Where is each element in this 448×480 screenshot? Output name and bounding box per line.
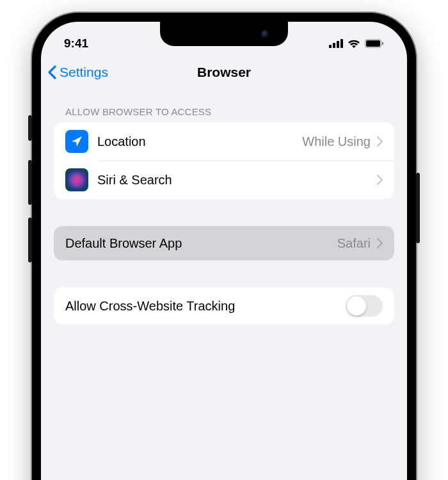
chevron-left-icon	[47, 65, 57, 79]
settings-content: Allow Browser to Access Location While U…	[41, 88, 407, 324]
svg-rect-1	[333, 43, 335, 48]
volume-up-button[interactable]	[28, 160, 32, 205]
chevron-right-icon	[377, 136, 383, 147]
svg-rect-6	[382, 42, 383, 45]
status-time: 9:41	[64, 36, 88, 51]
default-browser-row[interactable]: Default Browser App Safari	[54, 226, 394, 260]
default-browser-value: Safari	[337, 236, 371, 251]
siri-search-row[interactable]: Siri & Search	[54, 161, 394, 199]
toggle-knob	[347, 296, 366, 316]
back-button[interactable]: Settings	[47, 65, 108, 80]
notch	[160, 22, 288, 46]
svg-rect-0	[329, 45, 332, 48]
tracking-toggle[interactable]	[346, 295, 383, 317]
siri-icon	[65, 168, 88, 191]
page-title: Browser	[197, 65, 251, 80]
power-button[interactable]	[416, 173, 420, 243]
wifi-icon	[348, 39, 360, 49]
location-row[interactable]: Location While Using	[54, 122, 394, 161]
svg-rect-2	[337, 41, 339, 48]
tracking-label: Allow Cross-Website Tracking	[65, 299, 346, 314]
siri-label: Siri & Search	[97, 173, 377, 188]
battery-icon	[365, 39, 384, 48]
silence-switch[interactable]	[28, 115, 32, 141]
back-label: Settings	[60, 65, 108, 80]
chevron-right-icon	[377, 175, 383, 185]
default-browser-group: Default Browser App Safari	[54, 226, 394, 260]
location-icon	[65, 130, 88, 153]
location-value: While Using	[302, 134, 371, 149]
cross-website-tracking-row: Allow Cross-Website Tracking	[54, 287, 394, 324]
front-camera	[261, 30, 269, 38]
phone-frame: 9:41	[32, 13, 416, 480]
volume-down-button[interactable]	[28, 218, 32, 262]
section-header-access: Allow Browser to Access	[54, 88, 394, 122]
nav-bar: Settings Browser	[41, 56, 407, 88]
svg-rect-5	[366, 40, 380, 47]
screen: 9:41	[41, 22, 407, 480]
location-label: Location	[97, 134, 302, 149]
chevron-right-icon	[377, 238, 383, 248]
tracking-group: Allow Cross-Website Tracking	[54, 287, 394, 324]
default-browser-label: Default Browser App	[65, 236, 337, 251]
cellular-icon	[329, 39, 343, 48]
svg-rect-3	[340, 39, 343, 48]
access-group: Location While Using Siri & Search	[54, 122, 394, 199]
